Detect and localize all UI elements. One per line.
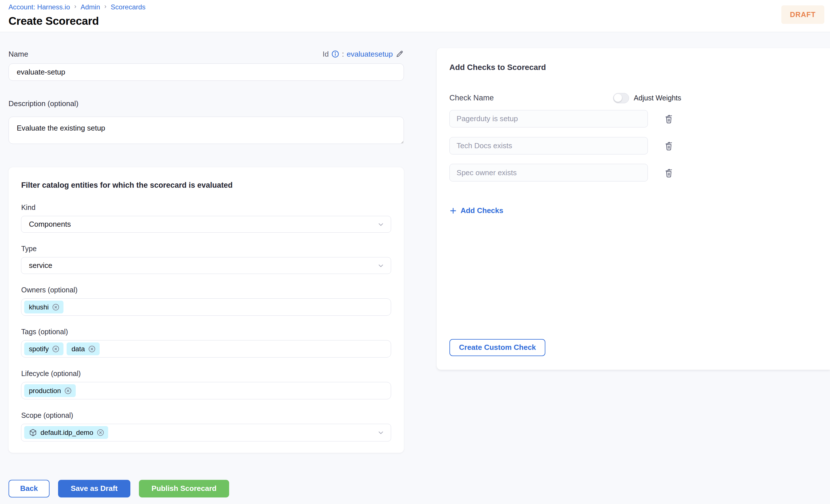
- scope-select[interactable]: default.idp_demo: [21, 424, 391, 441]
- chevron-down-icon: [377, 429, 385, 436]
- tag-chip-label: data: [71, 345, 85, 353]
- id-label: Id: [322, 50, 329, 59]
- page-header: Account: Harness.io › Admin › Scorecards…: [0, 0, 830, 32]
- check-header-row: Check Name Adjust Weights: [449, 93, 681, 103]
- lifecycle-chip: production: [24, 384, 76, 397]
- owners-label: Owners (optional): [21, 285, 391, 295]
- scope-label: Scope (optional): [21, 411, 391, 420]
- breadcrumb: Account: Harness.io › Admin › Scorecards: [8, 3, 830, 11]
- check-name-column-label: Check Name: [449, 94, 494, 102]
- kind-select[interactable]: Components: [21, 216, 391, 233]
- remove-tag-chip-icon[interactable]: [88, 345, 96, 353]
- check-row: [449, 110, 818, 127]
- breadcrumb-account-link[interactable]: Account: Harness.io: [8, 3, 70, 11]
- tags-input[interactable]: spotify data: [21, 340, 391, 358]
- cube-icon: [29, 428, 37, 437]
- trash-icon: [664, 113, 674, 124]
- adjust-weights-label: Adjust Weights: [634, 94, 681, 102]
- kind-field-group: Kind Components: [21, 203, 391, 233]
- filter-entities-card: Filter catalog entities for which the sc…: [8, 167, 404, 453]
- delete-check-button[interactable]: [664, 140, 674, 151]
- add-checks-card: Add Checks to Scorecard Check Name Adjus…: [437, 48, 830, 370]
- check-row: [449, 164, 818, 181]
- adjust-weights-toggle[interactable]: [613, 93, 629, 103]
- trash-icon: [664, 167, 674, 178]
- delete-check-button[interactable]: [664, 167, 674, 178]
- plus-icon: [449, 207, 457, 214]
- add-checks-label: Add Checks: [460, 206, 503, 215]
- type-label: Type: [21, 244, 391, 254]
- remove-lifecycle-chip-icon[interactable]: [64, 387, 72, 395]
- tag-chip: data: [67, 342, 100, 355]
- owner-chip: khushi: [24, 301, 64, 313]
- owner-chip-label: khushi: [29, 303, 49, 311]
- description-label: Description (optional): [8, 99, 404, 108]
- type-select[interactable]: service: [21, 257, 391, 274]
- breadcrumb-admin-link[interactable]: Admin: [81, 3, 100, 11]
- breadcrumb-scorecards-link[interactable]: Scorecards: [111, 3, 146, 11]
- remove-tag-chip-icon[interactable]: [52, 345, 60, 353]
- trash-icon: [664, 140, 674, 151]
- id-colon: :: [342, 50, 344, 59]
- name-label: Name: [8, 50, 28, 59]
- page-title: Create Scorecard: [8, 15, 830, 27]
- name-input[interactable]: [8, 63, 404, 81]
- create-scorecard-page: Account: Harness.io › Admin › Scorecards…: [0, 0, 830, 504]
- footer-actions: Back Save as Draft Publish Scorecard: [8, 480, 404, 504]
- tag-chip: spotify: [24, 342, 64, 355]
- info-icon[interactable]: [331, 50, 339, 58]
- kind-label: Kind: [21, 203, 391, 212]
- lifecycle-chip-label: production: [29, 387, 61, 395]
- page-body: Name Id : evaluatesetup: [0, 32, 830, 504]
- owners-field-group: Owners (optional) khushi: [21, 285, 391, 316]
- toggle-knob: [614, 94, 622, 102]
- edit-id-pencil-icon[interactable]: [395, 50, 404, 58]
- id-row: Id : evaluatesetup: [322, 50, 404, 59]
- publish-scorecard-button[interactable]: Publish Scorecard: [139, 480, 229, 497]
- scorecard-details-column: Name Id : evaluatesetup: [8, 32, 404, 504]
- filter-card-heading: Filter catalog entities for which the sc…: [21, 180, 391, 190]
- tags-field-group: Tags (optional) spotify data: [21, 327, 391, 358]
- breadcrumb-separator: ›: [74, 3, 76, 10]
- add-checks-link[interactable]: Add Checks: [449, 206, 503, 215]
- check-name-input[interactable]: [449, 164, 648, 181]
- type-field-group: Type service: [21, 244, 391, 274]
- owners-input[interactable]: khushi: [21, 298, 391, 316]
- status-badge: DRAFT: [781, 5, 824, 24]
- description-textarea[interactable]: Evaluate the existing setup: [8, 116, 404, 144]
- remove-scope-chip-icon[interactable]: [96, 429, 104, 437]
- lifecycle-input[interactable]: production: [21, 382, 391, 400]
- kind-selected-value: Components: [29, 220, 71, 229]
- chevron-down-icon: [377, 221, 385, 228]
- scope-chip: default.idp_demo: [24, 426, 108, 439]
- lifecycle-label: Lifecycle (optional): [21, 369, 391, 378]
- create-custom-check-button[interactable]: Create Custom Check: [449, 339, 546, 356]
- tags-label: Tags (optional): [21, 327, 391, 336]
- chevron-down-icon: [377, 262, 385, 269]
- tag-chip-label: spotify: [29, 345, 49, 353]
- delete-check-button[interactable]: [664, 113, 674, 124]
- add-checks-heading: Add Checks to Scorecard: [449, 62, 818, 72]
- lifecycle-field-group: Lifecycle (optional) production: [21, 369, 391, 399]
- check-name-input[interactable]: [449, 110, 648, 127]
- adjust-weights-group: Adjust Weights: [613, 93, 681, 103]
- check-row: [449, 137, 818, 155]
- back-button[interactable]: Back: [8, 480, 50, 497]
- name-label-row: Name Id : evaluatesetup: [8, 50, 404, 59]
- id-value-link[interactable]: evaluatesetup: [347, 50, 393, 59]
- save-as-draft-button[interactable]: Save as Draft: [58, 480, 130, 497]
- breadcrumb-separator: ›: [104, 3, 106, 10]
- scope-field-group: Scope (optional) default.idp_demo: [21, 411, 391, 441]
- remove-owner-chip-icon[interactable]: [52, 303, 60, 311]
- check-name-input[interactable]: [449, 137, 648, 155]
- type-selected-value: service: [29, 261, 52, 270]
- scope-chip-label: default.idp_demo: [40, 429, 93, 437]
